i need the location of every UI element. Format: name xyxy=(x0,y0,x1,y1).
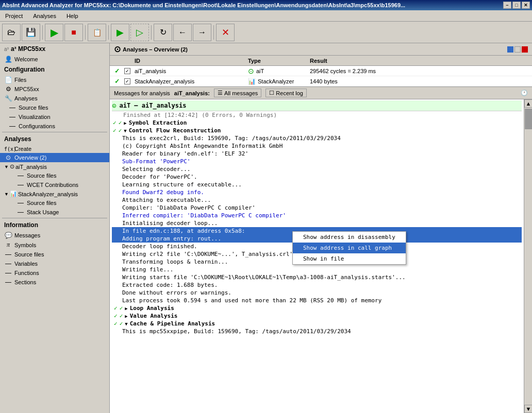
menu-project[interactable]: Project xyxy=(2,12,26,20)
context-menu-item-show-file[interactable]: Show in file xyxy=(293,253,406,264)
cache-arrow-icon: ▼ xyxy=(125,321,127,326)
row1-checkbox[interactable]: ✓ xyxy=(122,68,132,74)
sidebar-item-mpc55xx[interactable]: ⚙ MPC55xx xyxy=(0,84,109,94)
sidebar-item-sections[interactable]: — Sections xyxy=(0,278,109,287)
log-section-value[interactable]: ✓ ✓ ▶ Value Analysis xyxy=(112,312,522,320)
checkbox-1[interactable]: ✓ xyxy=(124,68,130,74)
log-area[interactable]: ⊙ aiT – aiT_analysis Finished at [12:42:… xyxy=(110,99,524,413)
table-row-1[interactable]: ✓ ✓ aiT_analysis ⊙ aiT 295462 cycles = 2… xyxy=(110,66,532,76)
sidebar-label-source-files-config: Source files xyxy=(19,105,48,111)
toolbar-open[interactable]: 🗁 xyxy=(2,24,21,41)
context-menu-item-disassembly[interactable]: Show address in disassembly xyxy=(293,232,406,243)
sidebar-item-overview[interactable]: ⊙ Overview (2) xyxy=(0,153,109,162)
analyses-table: ID Type Result ✓ ✓ aiT_analysis xyxy=(110,56,532,87)
sidebar-item-functions[interactable]: — Functions xyxy=(0,268,109,278)
sidebar-item-ait[interactable]: ▼ ⊙ aiT_analysis xyxy=(0,162,109,171)
sidebar-label-source-ait: Source files xyxy=(27,173,56,179)
toolbar-run2[interactable]: ▷ xyxy=(130,24,149,41)
toolbar-cancel[interactable]: ✕ xyxy=(216,24,235,41)
sidebar-item-files[interactable]: 📄 Files xyxy=(0,75,109,84)
app-label-row: a³ a³ MPC55xx xyxy=(0,43,109,55)
toolbar-stop[interactable]: ■ xyxy=(64,24,83,41)
all-messages-label: All messages xyxy=(224,90,258,96)
scroll-up-btn[interactable]: ▲ xyxy=(524,99,532,108)
source-stack-icon: — xyxy=(16,199,25,206)
sidebar-item-variables[interactable]: — Variables xyxy=(0,259,109,268)
log-section-control-flow[interactable]: ✓ ✓ ▼ Control Flow Reconstruction xyxy=(112,127,522,134)
menu-analyses[interactable]: Analyses xyxy=(30,12,59,20)
all-messages-btn[interactable]: ☰ All messages xyxy=(214,89,261,97)
maximize-button[interactable]: □ xyxy=(512,2,521,9)
table-row-2[interactable]: ✓ ✓ StackAnalyzer_analysis 📊 StackAnalyz… xyxy=(110,76,532,87)
sidebar-item-symbols[interactable]: π Symbols xyxy=(0,240,109,250)
toolbar: 🗁 💾 ▶ ■ 📋 ▶ ▷ ↻ ← → ✕ xyxy=(0,22,532,43)
checkbox-2[interactable]: ✓ xyxy=(124,78,130,84)
sidebar-div2 xyxy=(2,218,107,218)
sidebar-item-wcet[interactable]: — WCET Contributions xyxy=(0,180,109,190)
title-bar: AbsInt Advanced Analyzer for MPC55xx: C:… xyxy=(0,0,532,10)
minimize-button[interactable]: − xyxy=(503,2,511,9)
log-line-7: Found Dwarf2 debug info. xyxy=(112,188,522,196)
toolbar-run1[interactable]: ▶ xyxy=(111,24,129,41)
log-analysis-subtitle: Finished at [12:42:42] (0 Errors, 0 Warn… xyxy=(112,111,522,119)
context-menu-item-call-graph[interactable]: Show address in call graph xyxy=(293,243,406,253)
main-layout: a³ a³ MPC55xx 👤 Welcome Configuration 📄 … xyxy=(0,43,532,413)
cache-check-icon: ✓ xyxy=(114,320,118,327)
source-files-config-icon: — xyxy=(8,104,16,111)
log-section-cache[interactable]: ✓ ✓ ▼ Cache & Pipeline Analysis xyxy=(112,320,522,328)
cf-arrow-icon: ▼ xyxy=(124,128,126,133)
toolbar-sep3 xyxy=(108,25,109,40)
close-button[interactable]: ✕ xyxy=(522,2,530,9)
sidebar-label-stack: StackAnalyzer_analysis xyxy=(18,191,78,197)
menu-help[interactable]: Help xyxy=(63,12,81,20)
sidebar-item-stack-usage[interactable]: — Stack Usage xyxy=(0,208,109,217)
toolbar-checklist[interactable]: 📋 xyxy=(88,24,106,41)
row2-type: 📊 StackAnalyzer xyxy=(246,78,308,85)
sidebar-item-stack[interactable]: ▼ 📊 StackAnalyzer_analysis xyxy=(0,190,109,198)
scroll-down-btn[interactable]: ▼ xyxy=(524,405,532,413)
sidebar-label-variables: Variables xyxy=(14,261,38,267)
sections-icon: — xyxy=(4,279,12,286)
log-line-0: This is exec2crl, Build: 159690, Tag: /t… xyxy=(112,134,522,142)
toolbar-play[interactable]: ▶ xyxy=(45,24,63,41)
selected-lines-container: In file edn.c:188, at address 0x5a8: Add… xyxy=(112,227,522,243)
stack-usage-icon: — xyxy=(16,209,25,216)
loop-check2-icon: ✓ xyxy=(120,305,123,312)
scroll-empty1 xyxy=(514,46,521,53)
analyses-container: ⊙ Analyses – Overview (2) ID Type xyxy=(110,43,532,413)
sidebar-item-source-files-info[interactable]: — Source files xyxy=(0,250,109,259)
toolbar-back[interactable]: ← xyxy=(173,24,192,41)
sidebar-item-configurations[interactable]: — Configurations xyxy=(0,122,109,131)
sidebar-item-messages[interactable]: 💬 Messages xyxy=(0,231,109,240)
scroll-top[interactable] xyxy=(507,46,513,53)
log-section-loop[interactable]: ✓ ✓ ▶ Loop Analysis xyxy=(112,304,522,312)
sidebar-item-create[interactable]: f(x) Create xyxy=(0,145,109,153)
log-section-cf-label: Control Flow Reconstruction xyxy=(129,127,221,134)
toolbar-forward[interactable]: → xyxy=(193,24,211,41)
log-section-symbol[interactable]: ✓ ✓ ▶ Symbol Extraction xyxy=(112,119,522,127)
log-section-symbol-label: Symbol Extraction xyxy=(129,119,187,126)
check-icon-2: ✓ xyxy=(114,78,120,85)
sidebar-item-analyses-config[interactable]: 🔧 Analyses xyxy=(0,94,109,103)
sidebar-label-create: Create xyxy=(14,146,31,152)
sidebar-label-analyses-config: Analyses xyxy=(14,95,38,101)
sidebar-item-visualization[interactable]: — Visualization xyxy=(0,112,109,122)
toolbar-refresh[interactable]: ↻ xyxy=(154,24,172,41)
symbol-check2-icon: ✓ xyxy=(119,119,122,126)
ait-icon: ⊙ xyxy=(10,163,14,170)
row2-checkbox[interactable]: ✓ xyxy=(122,78,132,84)
ait-arrow: ▼ xyxy=(4,164,9,169)
sidebar-item-source-files-ait[interactable]: — Source files xyxy=(0,171,109,180)
app-label: a³ MPC55xx xyxy=(11,45,45,53)
scroll-thumb[interactable] xyxy=(525,109,532,129)
sidebar-div1 xyxy=(2,132,107,132)
sidebar-item-source-files-stack[interactable]: — Source files xyxy=(0,198,109,208)
recent-log-btn[interactable]: ☐ Recent log xyxy=(265,89,307,97)
toolbar-save[interactable]: 💾 xyxy=(22,24,40,41)
loop-check-icon: ✓ xyxy=(114,305,118,312)
sidebar-item-welcome[interactable]: 👤 Welcome xyxy=(0,55,109,64)
col-id: ID xyxy=(132,58,246,64)
row2-result: 1440 bytes xyxy=(308,78,530,84)
log-line-2: Reader for binary 'edn.elf': 'ELF 32' xyxy=(112,150,522,158)
sidebar-item-source-files-config[interactable]: — Source files xyxy=(0,103,109,112)
